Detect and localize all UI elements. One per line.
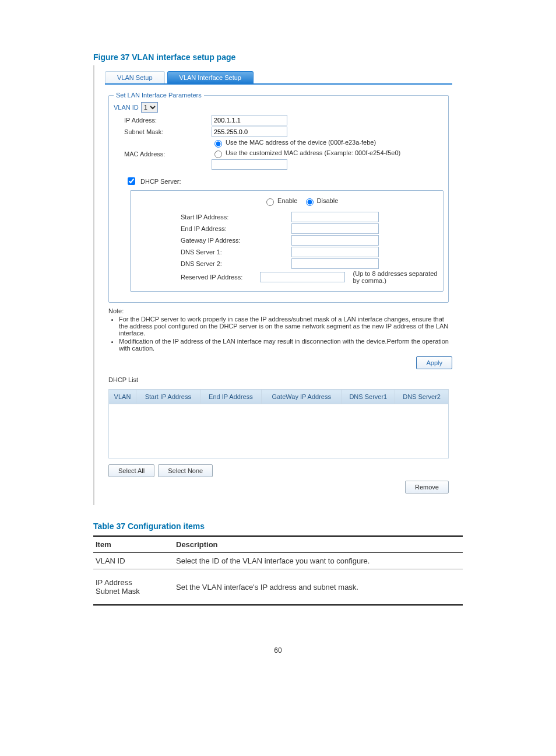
mac-address-label: MAC Address: [114, 150, 212, 158]
config-r1-desc: Select the ID of the VLAN interface you … [174, 553, 463, 569]
config-r1-item: VLAN ID [93, 553, 174, 569]
note-block: Note: For the DHCP server to work proper… [94, 305, 463, 354]
table-row-empty [109, 404, 449, 459]
dhcp-col-end[interactable]: End IP Address [200, 390, 261, 404]
dns2-input[interactable] [291, 258, 379, 269]
dhcp-list-table: VLAN Start IP Address End IP Address Gat… [108, 389, 449, 459]
subnet-mask-label: Subnet Mask: [114, 128, 212, 135]
start-ip-label: Start IP Address: [135, 214, 291, 220]
mac-device-text: Use the MAC address of the device (000f-… [226, 139, 376, 146]
tabs: VLAN Setup VLAN Interface Setup [94, 68, 463, 83]
select-none-button[interactable]: Select None [158, 464, 213, 477]
ip-address-label: IP Address: [114, 117, 212, 124]
config-r2-items: IP Address Subnet Mask [93, 569, 174, 606]
lan-params-legend: Set LAN Interface Parameters [114, 92, 204, 99]
table-row: IP Address Subnet Mask Set the VLAN inte… [93, 569, 463, 606]
mac-device-radio[interactable] [214, 140, 222, 148]
remove-button[interactable]: Remove [405, 481, 449, 494]
screenshot-frame: VLAN Setup VLAN Interface Setup Set LAN … [93, 65, 463, 505]
mac-custom-input[interactable] [212, 159, 287, 170]
note-item-2: Modification of the IP address of the LA… [119, 338, 449, 352]
config-head-item: Item [93, 536, 174, 553]
start-ip-input[interactable] [291, 212, 379, 222]
config-head-desc: Description [174, 536, 463, 553]
tab-vlan-setup[interactable]: VLAN Setup [105, 71, 165, 83]
end-ip-label: End IP Address: [135, 225, 291, 232]
mac-custom-text: Use the customized MAC address (Example:… [226, 149, 400, 156]
gateway-ip-input[interactable] [291, 235, 379, 246]
dhcp-col-start[interactable]: Start IP Address [136, 390, 200, 404]
subnet-mask-input[interactable] [212, 127, 287, 137]
select-all-button[interactable]: Select All [108, 464, 154, 477]
tab-vlan-interface-setup[interactable]: VLAN Interface Setup [167, 71, 254, 83]
dhcp-server-checkbox[interactable] [128, 177, 135, 185]
figure-title: Figure 37 VLAN interface setup page [93, 52, 463, 62]
dns1-input[interactable] [291, 247, 379, 257]
note-item-1: For the DHCP server to work properly in … [119, 316, 449, 337]
vlan-id-select[interactable]: 1 [141, 102, 158, 113]
note-heading: Note: [108, 307, 124, 314]
dhcp-enable-radio[interactable] [266, 198, 274, 206]
lan-params-fieldset: Set LAN Interface Parameters VLAN ID 1 I… [108, 92, 449, 303]
table-title: Table 37 Configuration items [93, 522, 463, 531]
dhcp-disable-radio[interactable] [306, 198, 314, 206]
config-r2-desc: Set the VLAN interface's IP address and … [174, 569, 463, 606]
dhcp-server-label: DHCP Server: [140, 178, 181, 185]
dhcp-list-title: DHCP List [94, 369, 463, 384]
dns1-label: DNS Server 1: [135, 249, 291, 256]
reserved-ip-label: Reserved IP Address: [135, 274, 260, 281]
config-items-table: Item Description VLAN ID Select the ID o… [93, 536, 463, 606]
ip-address-input[interactable] [212, 115, 287, 125]
gateway-ip-label: Gateway IP Address: [135, 237, 291, 244]
dhcp-fieldset: Enable Disable Start IP Address: End IP … [130, 190, 444, 292]
dhcp-enable-label: Enable [277, 197, 297, 204]
page-number: 60 [93, 646, 463, 654]
end-ip-input[interactable] [291, 223, 379, 234]
panel: Set LAN Interface Parameters VLAN ID 1 I… [94, 85, 463, 303]
reserved-ip-input[interactable] [260, 272, 345, 282]
dhcp-disable-label: Disable [317, 197, 339, 204]
dhcp-col-dns2[interactable]: DNS Server2 [395, 390, 449, 404]
mac-custom-radio[interactable] [214, 150, 222, 158]
reserved-ip-hint: (Up to 8 addresses separated by comma.) [353, 270, 439, 284]
table-row: VLAN ID Select the ID of the VLAN interf… [93, 553, 463, 569]
apply-button[interactable]: Apply [416, 356, 452, 369]
dhcp-col-gateway[interactable]: GateWay IP Address [261, 390, 341, 404]
dhcp-col-vlan[interactable]: VLAN [109, 390, 136, 404]
dns2-label: DNS Server 2: [135, 260, 291, 267]
vlan-id-label: VLAN ID [114, 104, 139, 111]
dhcp-col-dns1[interactable]: DNS Server1 [342, 390, 395, 404]
